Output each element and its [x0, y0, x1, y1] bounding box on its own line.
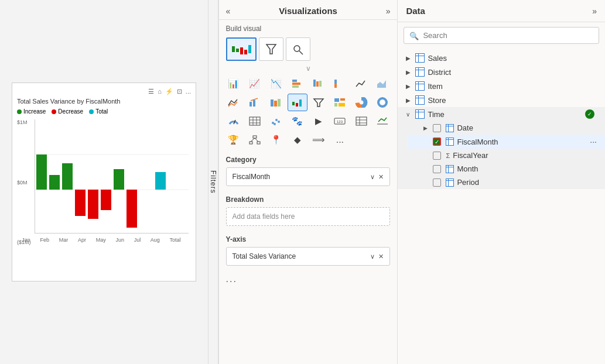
- collapse-right-btn[interactable]: »: [386, 6, 391, 16]
- viz-icon-line[interactable]: [351, 75, 371, 92]
- viz-icon-pie[interactable]: [351, 94, 371, 111]
- tree-label-district: District: [428, 68, 597, 77]
- tree-child-fiscalmonth[interactable]: ▶ ✓ FiscalMonth ···: [407, 135, 605, 149]
- viz-icon-filter2[interactable]: [309, 94, 329, 111]
- breakdown-drop-zone[interactable]: Add data fields here: [226, 207, 391, 226]
- viz-icon-decomp[interactable]: [245, 131, 265, 149]
- time-active-icon: ✓: [585, 109, 594, 119]
- viz-icon-gauge[interactable]: [224, 112, 244, 130]
- viz-icon-combo[interactable]: [245, 94, 265, 111]
- tree-item-sales[interactable]: ▶ Sales: [398, 51, 605, 65]
- key-chart-icon[interactable]: [286, 37, 310, 61]
- category-chevron[interactable]: ∨: [370, 173, 375, 181]
- yaxis-remove[interactable]: ✕: [378, 253, 384, 260]
- viz-icon-table[interactable]: [351, 112, 371, 130]
- viz-icon-map[interactable]: 🐾: [288, 112, 307, 130]
- viz-icon-stacked2[interactable]: [309, 75, 329, 92]
- svg-rect-63: [257, 142, 260, 144]
- more-icon[interactable]: ...: [186, 88, 191, 95]
- viz-icon-column[interactable]: 📈: [245, 75, 265, 92]
- tree-child-date[interactable]: ▶ Date: [407, 121, 605, 135]
- svg-rect-10: [155, 172, 166, 190]
- x-feb: Feb: [40, 237, 50, 243]
- data-panel: Data » 🔍 ▶ Sales ▶ District ▶: [398, 0, 605, 364]
- viz-icon-bar[interactable]: 📊: [224, 75, 244, 92]
- viz-icon-shape[interactable]: ◆: [288, 131, 307, 149]
- category-controls: ∨ ✕: [370, 173, 384, 181]
- x-total: Total: [170, 237, 181, 243]
- tree-child-label-fiscalyear: FiscalYear: [453, 151, 488, 160]
- y-axis-labels: $1M $0M ($1M): [17, 119, 31, 245]
- viz-more-button[interactable]: ...: [330, 131, 350, 149]
- expand-icon[interactable]: ⊡: [177, 88, 182, 95]
- viz-icon-card[interactable]: 123: [330, 112, 350, 130]
- category-remove[interactable]: ✕: [378, 173, 384, 181]
- tree-child-fiscalyear[interactable]: ▶ Σ FiscalYear: [407, 149, 605, 162]
- y-label-0m: $0M: [17, 180, 31, 186]
- viz-icon-bar2[interactable]: 📉: [266, 75, 286, 92]
- data-title: Data: [406, 6, 425, 16]
- legend-dot-total: [89, 109, 94, 114]
- viz-icon-map2[interactable]: 📍: [266, 131, 286, 149]
- viz-icon-100percent[interactable]: [330, 75, 350, 92]
- viz-icon-arrow2[interactable]: ⟹: [309, 131, 329, 149]
- svg-rect-13: [240, 47, 243, 54]
- viz-icon-trophy[interactable]: 🏆: [224, 131, 244, 149]
- visualizations-panel: « Visualizations » Build visual: [218, 0, 398, 364]
- focus-icon[interactable]: ⌂: [158, 88, 162, 95]
- tree-label-sales: Sales: [428, 54, 597, 63]
- viz-icon-area[interactable]: [372, 75, 392, 92]
- viz-icon-arrow[interactable]: ▶: [309, 112, 329, 130]
- svg-rect-31: [278, 99, 281, 107]
- viz-icon-waterfall[interactable]: [288, 94, 307, 111]
- legend-dot-decrease: [52, 109, 56, 114]
- waterfall-chart-icon[interactable]: [226, 37, 257, 61]
- viz-icon-line2[interactable]: [224, 94, 244, 111]
- filters-tab[interactable]: Filters: [208, 0, 218, 364]
- chart-legend: Increase Decrease Total: [17, 108, 191, 115]
- svg-rect-20: [292, 85, 299, 88]
- funnel-chart-icon[interactable]: [259, 37, 283, 61]
- viz-icon-ribbon[interactable]: [266, 94, 286, 111]
- data-collapse-btn[interactable]: »: [592, 6, 597, 16]
- viz-top-icons: [219, 35, 398, 63]
- category-drop-zone[interactable]: FiscalMonth ∨ ✕: [226, 167, 391, 186]
- tree-item-district[interactable]: ▶ District: [398, 65, 605, 79]
- svg-rect-22: [316, 81, 319, 87]
- tree-child-label-date: Date: [457, 123, 473, 132]
- checkbox-period[interactable]: [433, 178, 441, 187]
- x-jul: Jul: [134, 237, 141, 243]
- viz-icon-stacked[interactable]: [288, 75, 307, 92]
- svg-point-53: [274, 123, 276, 125]
- search-input[interactable]: [404, 27, 599, 44]
- yaxis-chevron[interactable]: ∨: [370, 253, 375, 260]
- tree-label-store: Store: [428, 96, 597, 105]
- waterfall-chart: $1M $0M ($1M): [35, 119, 189, 245]
- tree-child-period[interactable]: ▶ Period: [407, 176, 605, 189]
- checkbox-date[interactable]: [433, 124, 441, 132]
- checkbox-fiscalmonth[interactable]: ✓: [433, 138, 441, 146]
- viz-chevron-down[interactable]: ∨: [219, 63, 398, 74]
- menu-icon[interactable]: ☰: [148, 88, 154, 95]
- legend-label-total: Total: [95, 108, 108, 115]
- tree-item-time[interactable]: ∨ Time ✓: [398, 107, 605, 121]
- tree-item-store[interactable]: ▶ Store: [398, 93, 605, 107]
- x-axis-labels: Jan Feb Mar Apr May Jun Jul Aug Total: [17, 237, 186, 243]
- svg-rect-9: [127, 190, 137, 228]
- viz-icon-scatter[interactable]: [266, 112, 286, 130]
- yaxis-drop-zone[interactable]: Total Sales Variance ∨ ✕: [226, 247, 391, 266]
- viz-icon-treemap[interactable]: [330, 94, 350, 111]
- fiscalmonth-more-icon[interactable]: ···: [590, 137, 597, 146]
- viz-icon-matrix[interactable]: [245, 112, 265, 130]
- tree-child-month[interactable]: ▶ Month: [407, 162, 605, 176]
- data-header: Data »: [398, 0, 605, 22]
- viz-icon-donut[interactable]: [372, 94, 392, 111]
- tree-item-item[interactable]: ▶ Item: [398, 79, 605, 93]
- tree-chevron-sales: ▶: [406, 55, 415, 61]
- filter-icon[interactable]: ⚡: [165, 88, 173, 95]
- viz-icon-kpi[interactable]: [372, 112, 392, 130]
- checkbox-fiscalyear[interactable]: [433, 152, 441, 160]
- y-label-neg1m: ($1M): [17, 239, 31, 245]
- checkbox-month[interactable]: [433, 165, 441, 173]
- collapse-left-btn[interactable]: «: [226, 6, 231, 16]
